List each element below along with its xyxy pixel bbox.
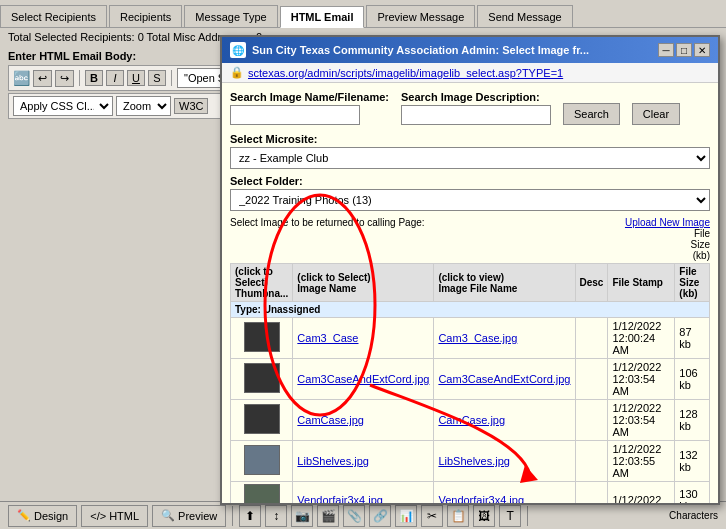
- toolbar-small-btn-1[interactable]: ⬆: [239, 505, 261, 527]
- image-filename-link-1[interactable]: Cam3_Case.jpg: [438, 332, 517, 344]
- filename-cell-2[interactable]: Cam3CaseAndExtCord.jpg: [434, 359, 575, 400]
- thumbnail-3[interactable]: [244, 404, 280, 434]
- tab-select-recipients[interactable]: Select Recipients: [0, 5, 107, 27]
- thumb-cell-1[interactable]: [231, 318, 293, 359]
- css-class-select[interactable]: Apply CSS Cl...: [13, 96, 113, 116]
- search-button[interactable]: Search: [563, 103, 620, 125]
- toolbar-small-btn-6[interactable]: 🔗: [369, 505, 391, 527]
- desc-cell-3: [575, 400, 608, 441]
- filename-cell-5[interactable]: Vendorfair3x4.jpg: [434, 482, 575, 504]
- image-name-link-1[interactable]: Cam3_Case: [297, 332, 358, 344]
- stamp-cell-3: 1/12/2022 12:03:54 AM: [608, 400, 675, 441]
- tab-bar: Select Recipients Recipients Message Typ…: [0, 0, 726, 28]
- toolbar-small-btn-5[interactable]: 📎: [343, 505, 365, 527]
- size-cell-5: 130 kb: [675, 482, 710, 504]
- size-cell-1: 87 kb: [675, 318, 710, 359]
- col-stamp: File Stamp: [608, 264, 675, 302]
- undo-button[interactable]: ↩: [33, 70, 52, 87]
- thumbnail-2[interactable]: [244, 363, 280, 393]
- html-button[interactable]: </> HTML: [81, 505, 148, 527]
- search-name-input[interactable]: [230, 105, 360, 125]
- microsite-select[interactable]: zz - Example Club: [230, 147, 710, 169]
- toolbar-small-btn-11[interactable]: T: [499, 505, 521, 527]
- desc-cell-5: [575, 482, 608, 504]
- toolbar-small-btn-9[interactable]: 📋: [447, 505, 469, 527]
- modal-minimize-button[interactable]: ─: [658, 43, 674, 57]
- col-size: File Size (kb): [675, 264, 710, 302]
- tab-send-message[interactable]: Send Message: [477, 5, 572, 27]
- name-cell-1[interactable]: Cam3_Case: [293, 318, 434, 359]
- table-row: LibShelves.jpg LibShelves.jpg 1/12/2022 …: [231, 441, 710, 482]
- modal-icon: 🌐: [230, 42, 246, 58]
- desc-cell-2: [575, 359, 608, 400]
- stamp-cell-1: 1/12/2022 12:00:24 AM: [608, 318, 675, 359]
- filename-cell-4[interactable]: LibShelves.jpg: [434, 441, 575, 482]
- image-filename-link-3[interactable]: CamCase.jpg: [438, 414, 505, 426]
- redo-button[interactable]: ↪: [55, 70, 74, 87]
- search-desc-group: Search Image Description:: [401, 91, 551, 125]
- name-cell-4[interactable]: LibShelves.jpg: [293, 441, 434, 482]
- tab-recipients[interactable]: Recipients: [109, 5, 182, 27]
- desc-cell-4: [575, 441, 608, 482]
- folder-select[interactable]: _2022 Training Photos (13): [230, 189, 710, 211]
- upload-link[interactable]: Upload New Image: [625, 217, 710, 228]
- name-cell-3[interactable]: CamCase.jpg: [293, 400, 434, 441]
- tab-preview-message[interactable]: Preview Message: [366, 5, 475, 27]
- size-cell-4: 132 kb: [675, 441, 710, 482]
- col-thumb: (click to Select)Thumbna...: [231, 264, 293, 302]
- thumb-cell-5[interactable]: [231, 482, 293, 504]
- tab-message-type[interactable]: Message Type: [184, 5, 277, 27]
- thumb-cell-3[interactable]: [231, 400, 293, 441]
- microsite-row: Select Microsite: zz - Example Club: [230, 133, 710, 169]
- name-cell-2[interactable]: Cam3CaseAndExtCord.jpg: [293, 359, 434, 400]
- filename-cell-1[interactable]: Cam3_Case.jpg: [434, 318, 575, 359]
- thumbnail-5[interactable]: [244, 484, 280, 503]
- image-name-link-5[interactable]: Vendorfair3x4.jpg: [297, 494, 383, 503]
- table-row: Cam3CaseAndExtCord.jpg Cam3CaseAndExtCor…: [231, 359, 710, 400]
- file-table-header: Select Image to be returned to calling P…: [230, 217, 710, 261]
- toolbar-small-btn-7[interactable]: 📊: [395, 505, 417, 527]
- toolbar-small-btn-8[interactable]: ✂: [421, 505, 443, 527]
- image-filename-link-5[interactable]: Vendorfair3x4.jpg: [438, 494, 524, 503]
- table-row: Cam3_Case Cam3_Case.jpg 1/12/2022 12:00:…: [231, 318, 710, 359]
- toolbar-small-btn-2[interactable]: ↕: [265, 505, 287, 527]
- modal-maximize-button[interactable]: □: [676, 43, 692, 57]
- bold-button[interactable]: B: [85, 70, 103, 86]
- thumbnail-4[interactable]: [244, 445, 280, 475]
- search-section: Search Image Name/Filename: Search Image…: [230, 91, 710, 125]
- tab-html-email[interactable]: HTML Email: [280, 6, 365, 28]
- image-filename-link-4[interactable]: LibShelves.jpg: [438, 455, 510, 467]
- italic-button[interactable]: I: [106, 70, 124, 86]
- zoom-select[interactable]: Zoom: [116, 96, 171, 116]
- name-cell-5[interactable]: Vendorfair3x4.jpg: [293, 482, 434, 504]
- toolbar-small-btn-3[interactable]: 📷: [291, 505, 313, 527]
- toolbar-small-btn-4[interactable]: 🎬: [317, 505, 339, 527]
- modal-content[interactable]: Search Image Name/Filename: Search Image…: [222, 83, 718, 503]
- image-filename-link-2[interactable]: Cam3CaseAndExtCord.jpg: [438, 373, 570, 385]
- image-name-link-4[interactable]: LibShelves.jpg: [297, 455, 369, 467]
- toolbar-separator-2: [527, 506, 528, 526]
- thumb-cell-4[interactable]: [231, 441, 293, 482]
- clear-button[interactable]: Clear: [632, 103, 680, 125]
- strikethrough-button[interactable]: S: [148, 70, 166, 86]
- thumb-cell-2[interactable]: [231, 359, 293, 400]
- design-button[interactable]: ✏️ Design: [8, 505, 77, 527]
- preview-button[interactable]: 🔍 Preview: [152, 505, 226, 527]
- microsite-label: Select Microsite:: [230, 133, 710, 145]
- filename-cell-3[interactable]: CamCase.jpg: [434, 400, 575, 441]
- w3c-button[interactable]: W3C: [174, 98, 208, 114]
- search-desc-input[interactable]: [401, 105, 551, 125]
- image-name-link-3[interactable]: CamCase.jpg: [297, 414, 364, 426]
- thumbnail-1[interactable]: [244, 322, 280, 352]
- modal-titlebar: 🌐 Sun City Texas Community Association A…: [222, 37, 718, 63]
- spell-icon: 🔤: [13, 70, 30, 86]
- toolbar-small-btn-10[interactable]: 🖼: [473, 505, 495, 527]
- table-instructions: Select Image to be returned to calling P…: [230, 217, 425, 228]
- modal-close-button[interactable]: ✕: [694, 43, 710, 57]
- modal-dialog: 🌐 Sun City Texas Community Association A…: [220, 35, 720, 505]
- underline-button[interactable]: U: [127, 70, 145, 86]
- image-name-link-2[interactable]: Cam3CaseAndExtCord.jpg: [297, 373, 429, 385]
- table-row: Vendorfair3x4.jpg Vendorfair3x4.jpg 1/12…: [231, 482, 710, 504]
- col-desc: Desc: [575, 264, 608, 302]
- size-cell-3: 128 kb: [675, 400, 710, 441]
